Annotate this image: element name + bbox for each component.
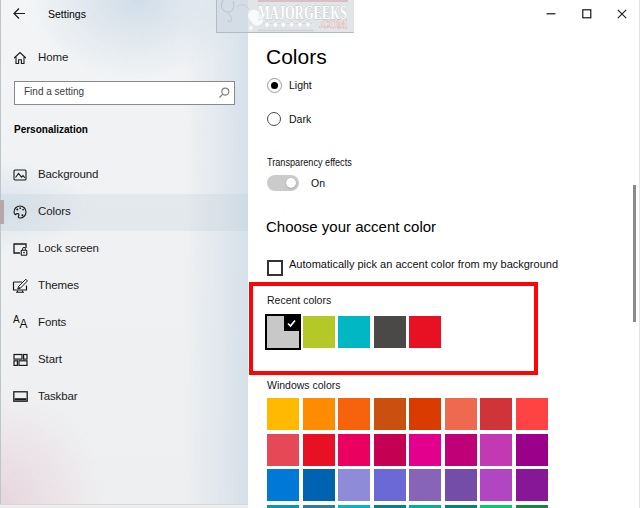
- svg-text:★★★★★★: ★★★★★★: [263, 19, 312, 30]
- svg-text:.COM: .COM: [319, 18, 347, 30]
